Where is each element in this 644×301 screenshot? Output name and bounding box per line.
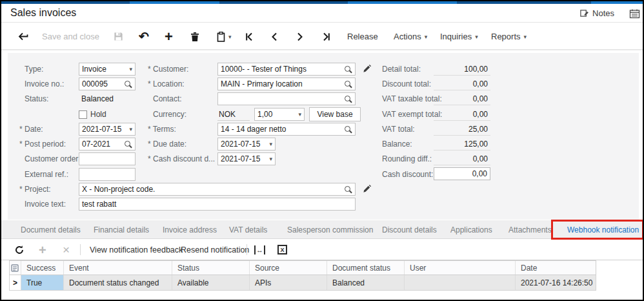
grid-header-row: Success Event Status Source Document sta… <box>9 260 596 275</box>
column-header-user[interactable]: User <box>405 261 516 275</box>
search-icon[interactable] <box>344 125 352 134</box>
due-date-label: * Due date: <box>148 138 186 150</box>
project-value: X - Non-project code. <box>82 185 155 194</box>
location-input[interactable]: MAIN - Primary location <box>217 78 356 90</box>
cell-document-status[interactable]: Balanced <box>327 275 405 290</box>
back-button[interactable] <box>18 23 29 50</box>
type-label: Type: <box>25 63 43 76</box>
discount-total-label: Discount total: <box>382 78 431 90</box>
next-record-button[interactable] <box>296 23 304 50</box>
customer-order-input[interactable] <box>79 152 136 165</box>
activities-button[interactable] <box>629 8 640 19</box>
tab-attachments[interactable]: Attachments <box>508 220 552 239</box>
post-period-value: 07-2021 <box>82 140 110 149</box>
terms-input[interactable]: 14 - 14 dager netto <box>217 123 356 136</box>
rounding-diff-value: 0,00 <box>434 152 490 165</box>
undo-icon: ↶ <box>139 30 149 43</box>
hold-checkbox[interactable] <box>79 110 87 119</box>
customer-label: * Customer: <box>148 63 188 76</box>
search-icon[interactable] <box>124 140 132 149</box>
external-ref-input[interactable] <box>79 168 136 181</box>
save-button[interactable] <box>114 23 123 50</box>
hold-label: Hold <box>90 110 106 119</box>
inquiries-menu-button[interactable]: Inquiries <box>440 23 478 50</box>
vat-taxable-total-value: 0,00 <box>434 92 490 105</box>
pencil-icon <box>362 184 372 194</box>
cash-discount-input[interactable]: 0,00 <box>434 167 490 180</box>
notes-column-icon <box>11 264 19 272</box>
previous-record-button[interactable] <box>270 23 278 50</box>
search-icon[interactable] <box>344 65 352 74</box>
grid-toolbar: + × View notification feedback Resend no… <box>1 239 643 260</box>
edit-customer-button[interactable] <box>362 64 372 74</box>
tab-financial-details[interactable]: Financial details <box>94 220 149 239</box>
tab-salesperson-commission[interactable]: Salesperson commission <box>287 220 373 239</box>
cell-event[interactable]: Document status changed <box>64 275 172 290</box>
search-icon[interactable] <box>344 95 352 103</box>
column-header-date[interactable]: Date <box>516 261 596 275</box>
cell-user[interactable] <box>405 275 516 290</box>
table-row[interactable]: True Document status changed Available A… <box>9 275 596 291</box>
grid-delete-button[interactable]: × <box>63 239 70 260</box>
tab-discount-details[interactable]: Discount details <box>382 220 437 239</box>
invoice-no-input[interactable]: 000095 <box>79 78 136 90</box>
fit-width-button[interactable] <box>254 239 265 260</box>
tab-document-details[interactable]: Document details <box>21 220 81 239</box>
release-button[interactable]: Release <box>347 23 378 50</box>
type-select[interactable]: Invoice ▾ <box>79 63 136 76</box>
edit-project-button[interactable] <box>362 184 372 194</box>
column-header-source[interactable]: Source <box>250 261 327 275</box>
customer-order-label: Customer order: <box>25 152 81 165</box>
grid-notes-column-header[interactable] <box>10 261 21 275</box>
main-toolbar: Save and close ↶ + <box>1 23 643 50</box>
add-record-button[interactable]: + <box>165 23 173 50</box>
chevron-down-icon: ▾ <box>269 156 272 162</box>
cell-success[interactable]: True <box>21 275 64 290</box>
tab-invoice-address[interactable]: Invoice address <box>163 220 217 239</box>
search-icon[interactable] <box>124 80 132 88</box>
invoice-text-input[interactable]: test rabatt <box>79 198 356 211</box>
view-notification-feedback-button[interactable]: View notification feedback <box>90 239 183 260</box>
contact-input[interactable] <box>217 92 356 105</box>
cell-status[interactable]: Available <box>172 275 250 290</box>
chevron-right-icon <box>296 32 304 41</box>
date-picker[interactable]: 2021-07-15 ▾ <box>79 123 136 136</box>
first-record-button[interactable] <box>245 23 254 50</box>
search-icon[interactable] <box>344 80 352 88</box>
reports-menu-button[interactable]: Reports <box>491 23 527 50</box>
cell-source[interactable]: APIs <box>250 275 327 290</box>
cell-date[interactable]: 2021-07-16 14:26:50 <box>516 275 596 290</box>
tab-vat-details[interactable]: VAT details <box>229 220 267 239</box>
plus-icon: + <box>39 244 46 256</box>
refresh-button[interactable] <box>14 239 25 260</box>
delete-record-button[interactable] <box>190 23 199 50</box>
resend-notification-button[interactable]: Resend notification <box>181 239 249 260</box>
notes-button[interactable]: Notes <box>579 8 614 18</box>
last-record-button[interactable] <box>321 23 330 50</box>
undo-button[interactable]: ↶ <box>139 23 149 50</box>
copy-paste-button[interactable] <box>217 23 232 50</box>
search-icon[interactable] <box>344 185 352 194</box>
cash-discount-date-picker[interactable]: 2021-07-15 ▾ <box>217 152 276 165</box>
due-date-picker[interactable]: 2021-07-15 ▾ <box>217 138 276 150</box>
post-period-input[interactable]: 07-2021 <box>79 138 136 150</box>
tab-applications[interactable]: Applications <box>450 220 492 239</box>
column-header-status[interactable]: Status <box>172 261 250 275</box>
invoice-no-value: 000095 <box>82 79 108 88</box>
notes-label: Notes <box>592 8 614 18</box>
currency-rate-select[interactable]: 1,00 ▾ <box>254 108 305 121</box>
view-base-button[interactable]: View base <box>309 107 361 121</box>
column-header-event[interactable]: Event <box>64 261 172 275</box>
chevron-down-icon: ▾ <box>129 67 132 72</box>
column-header-success[interactable]: Success <box>21 261 64 275</box>
export-to-excel-button[interactable] <box>277 239 287 260</box>
tab-webhook-notification[interactable]: Webhook notification <box>567 220 639 239</box>
customer-input[interactable]: 10000- - Tester of Things <box>217 63 356 76</box>
hold-checkbox-row: Hold <box>79 108 136 121</box>
actions-menu-button[interactable]: Actions <box>394 23 427 50</box>
column-header-document-status[interactable]: Document status <box>327 261 405 275</box>
project-input[interactable]: X - Non-project code. <box>79 183 356 196</box>
grid-add-button[interactable]: + <box>39 239 46 260</box>
save-and-close-button[interactable]: Save and close <box>42 23 99 50</box>
customer-value: 10000- - Tester of Things <box>221 65 307 74</box>
